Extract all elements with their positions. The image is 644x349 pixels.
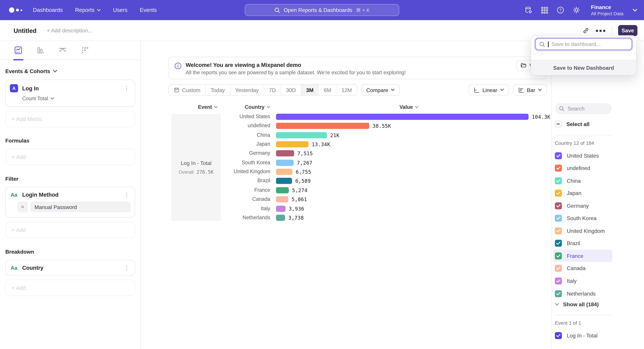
range-30d[interactable]: 30D [281,84,301,95]
filter-card[interactable]: Aa Login Method ⋮ = Manual Password [5,187,135,218]
global-search-button[interactable]: Open Reports & Dashboards ⌘ + K [245,4,399,16]
legend-checkbox[interactable] [555,240,562,247]
legend-item-united-states[interactable]: United States [553,149,612,162]
legend-item-brazil[interactable]: Brazil [553,237,612,249]
legend-item-italy[interactable]: Italy [553,275,612,287]
filter-value-field[interactable]: Manual Password [30,202,131,212]
more-options-icon[interactable]: ●●● [595,27,606,33]
breakdown-card[interactable]: Aa Country ⋮ [5,260,135,275]
metric-event-name[interactable]: Log In [22,85,39,91]
legend-item-china[interactable]: China [553,174,612,187]
bar-segment[interactable] [276,169,292,175]
bar-segment[interactable] [276,123,369,129]
save-to-new-dashboard-button[interactable]: Save to New Dashboard [531,60,636,75]
metric-aggregation[interactable]: Count Total [22,96,131,101]
nav-item-reports[interactable]: Reports [75,7,101,13]
bar-segment[interactable] [276,160,294,166]
legend-checkbox[interactable] [555,290,562,297]
column-header-event[interactable]: Event [186,103,230,111]
range-7d[interactable]: 7D [264,84,281,95]
range-3m[interactable]: 3M [301,84,319,95]
show-all-button[interactable]: Show all (184) [555,301,599,308]
report-title[interactable]: Untitled [14,27,36,34]
metric-card[interactable]: A Log In ⋮ Count Total [5,80,135,107]
filter-kebab-icon[interactable]: ⋮ [122,191,131,198]
legend-checkbox[interactable] [555,190,562,197]
tab-funnels[interactable] [33,41,48,60]
copy-link-icon[interactable] [582,27,590,34]
save-to-dashboard-popup: Save to dashboard... Save to New Dashboa… [531,36,636,75]
legend-item-log-in-total[interactable]: Log In - Total [553,329,612,342]
legend-item-south-korea[interactable]: South Korea [553,212,612,224]
range-custom[interactable]: Custom [169,84,206,95]
range-yesterday[interactable]: Yesterday [230,84,264,95]
column-header-country[interactable]: Country [236,103,280,111]
legend-checkbox[interactable] [555,265,562,272]
breakdown-kebab-icon[interactable]: ⋮ [122,264,131,271]
bar-segment[interactable] [276,141,308,147]
add-metric-button[interactable]: + Add Metric [5,111,135,127]
legend-search-input[interactable]: Search [555,103,612,114]
range-today[interactable]: Today [206,84,230,95]
save-dashboard-search-input[interactable]: Save to dashboard... [535,38,632,50]
legend-item-japan[interactable]: Japan [553,187,612,199]
project-selector[interactable]: Finance All Project Data [591,4,637,16]
legend-checkbox[interactable] [555,215,562,222]
legend-item-united-kingdom[interactable]: United Kingdom [553,225,612,237]
legend-item-label: China [567,178,581,184]
legend-item-france[interactable]: France [553,250,612,262]
breakdown-property-name[interactable]: Country [22,265,44,271]
bar-segment[interactable] [276,114,528,120]
data-pipeline-icon[interactable] [524,6,533,14]
legend-checkbox[interactable] [555,202,562,209]
nav-item-users[interactable]: Users [113,7,128,13]
filter-property-name[interactable]: Login Method [22,191,58,198]
bar-segment[interactable] [276,150,294,157]
bar-segment[interactable] [276,132,327,138]
select-all-row[interactable]: Select all [555,121,590,127]
legend-checkbox[interactable] [555,278,562,285]
apps-grid-icon[interactable] [540,6,548,14]
metric-kebab-icon[interactable]: ⋮ [122,85,131,91]
range-12m[interactable]: 12M [336,84,357,95]
chart-toolbar: CustomTodayYesterday7D30D3M6M12M Compare… [168,84,547,96]
add-breakdown-button[interactable]: + Add [5,280,135,296]
legend-checkbox[interactable] [555,253,562,260]
legend-checkbox[interactable] [555,227,562,234]
tab-retention[interactable] [77,41,92,60]
scale-selector-button[interactable]: Linear [468,84,509,96]
bar-segment[interactable] [276,196,288,203]
gear-icon[interactable] [572,6,580,14]
events-cohorts-header[interactable]: Events & Cohorts [5,68,135,74]
add-filter-button[interactable]: + Add [5,222,135,238]
nav-item-events[interactable]: Events [140,7,157,13]
legend-panel: Search Select all Country 12 of 184 Unit… [551,41,644,349]
mixpanel-logo-icon[interactable] [9,7,22,13]
legend-checkbox[interactable] [555,177,562,184]
legend-checkbox[interactable] [555,165,562,172]
banner-title: Welcome! You are viewing a Mixpanel demo [186,62,406,68]
range-6m[interactable]: 6M [319,84,336,95]
filter-operator[interactable]: = [17,202,28,212]
bar-segment[interactable] [276,215,285,221]
legend-item-netherlands[interactable]: Netherlands [553,287,612,300]
legend-checkbox[interactable] [555,152,562,159]
save-button[interactable]: Save [618,25,638,36]
tab-insights[interactable] [11,41,26,60]
select-all-checkbox[interactable] [555,121,562,127]
compare-button[interactable]: Compare [361,84,400,96]
chart-type-button[interactable]: Bar [513,84,546,96]
column-header-value[interactable]: Value [387,103,431,111]
bar-segment[interactable] [276,187,289,193]
legend-checkbox[interactable] [555,332,562,339]
tab-flows[interactable] [55,41,70,60]
help-icon[interactable]: ? [556,6,565,14]
nav-item-dashboards[interactable]: Dashboards [33,7,63,13]
bar-segment[interactable] [276,206,286,212]
legend-item-canada[interactable]: Canada [553,262,612,275]
legend-item-germany[interactable]: Germany [553,200,612,212]
add-description-field[interactable]: + Add description... [47,27,92,33]
legend-item-undefined[interactable]: undefined [553,162,612,174]
add-formula-button[interactable]: + Add [5,149,135,165]
bar-segment[interactable] [276,178,292,184]
